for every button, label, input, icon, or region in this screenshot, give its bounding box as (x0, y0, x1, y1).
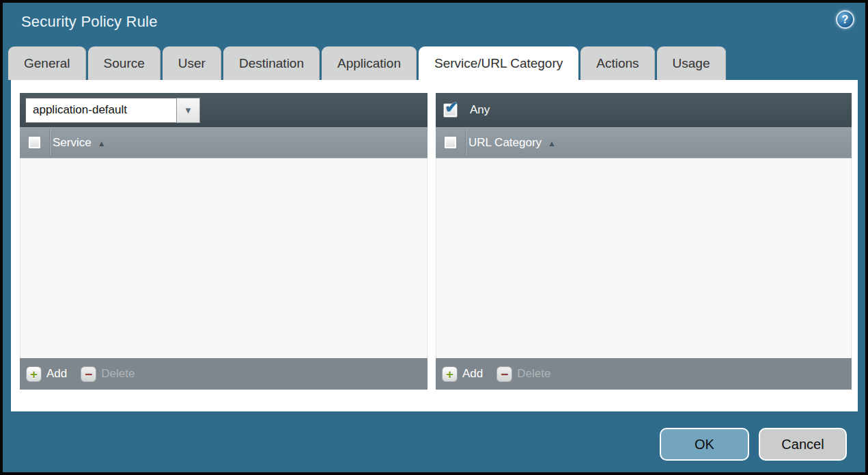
tab-source[interactable]: Source (88, 46, 160, 80)
tab-service-url-category[interactable]: Service/URL Category (419, 46, 578, 80)
url-category-panel: ✔ Any URL Category ▲ + Add (436, 93, 852, 390)
check-icon: ✔ (445, 98, 458, 117)
ok-button[interactable]: OK (660, 428, 749, 461)
help-icon-glyph: ? (842, 14, 849, 26)
url-category-select-all-checkbox[interactable] (444, 136, 457, 149)
url-category-table-header: URL Category ▲ (436, 127, 852, 159)
tab-general[interactable]: General (8, 46, 86, 80)
service-table-header: Service ▲ (20, 127, 428, 159)
any-checkbox-label: Any (470, 103, 490, 117)
tab-destination[interactable]: Destination (223, 46, 320, 80)
chevron-down-icon[interactable]: ▼ (176, 98, 200, 123)
tab-bar: General Source User Destination Applicat… (8, 46, 726, 80)
tab-actions[interactable]: Actions (580, 46, 654, 80)
add-button-label: Add (46, 367, 67, 381)
service-list[interactable] (20, 159, 428, 358)
service-type-dropdown[interactable]: ▼ (25, 98, 200, 123)
plus-icon: + (26, 366, 42, 382)
url-category-add-button[interactable]: + Add (442, 366, 483, 382)
url-category-panel-toolbar: ✔ Any (436, 93, 852, 127)
service-type-dropdown-value[interactable] (25, 98, 176, 123)
service-column-header: Service (53, 136, 92, 150)
cancel-button[interactable]: Cancel (759, 428, 847, 461)
header-divider (466, 130, 466, 155)
minus-icon: − (81, 366, 96, 382)
tab-usage[interactable]: Usage (657, 46, 726, 80)
tab-user[interactable]: User (163, 46, 221, 80)
url-category-delete-button[interactable]: − Delete (496, 366, 550, 382)
delete-button-label: Delete (517, 367, 550, 381)
service-delete-button[interactable]: − Delete (81, 366, 135, 382)
plus-icon: + (442, 366, 458, 382)
any-checkbox[interactable]: ✔ (443, 103, 458, 118)
url-category-list[interactable] (436, 159, 852, 358)
sort-asc-icon[interactable]: ▲ (98, 137, 106, 148)
service-panel: ▼ Service ▲ + Add (20, 93, 428, 390)
title-bar: Security Policy Rule ? (3, 3, 865, 42)
url-category-column-header: URL Category (468, 136, 542, 150)
minus-icon: − (496, 366, 512, 382)
tab-content: ▼ Service ▲ + Add (11, 80, 858, 411)
service-panel-toolbar: ▼ (20, 93, 428, 127)
security-policy-rule-dialog: Security Policy Rule ? General Source Us… (0, 0, 868, 475)
tab-application[interactable]: Application (322, 46, 417, 80)
delete-button-label: Delete (101, 367, 135, 381)
service-panel-footer: + Add − Delete (20, 358, 428, 390)
page-title: Security Policy Rule (21, 13, 158, 31)
service-add-button[interactable]: + Add (26, 366, 67, 382)
service-select-all-checkbox[interactable] (28, 136, 41, 149)
help-icon[interactable]: ? (836, 10, 854, 29)
add-button-label: Add (462, 367, 483, 381)
url-category-panel-footer: + Add − Delete (436, 358, 852, 390)
sort-asc-icon[interactable]: ▲ (548, 137, 556, 148)
header-divider (50, 130, 51, 155)
